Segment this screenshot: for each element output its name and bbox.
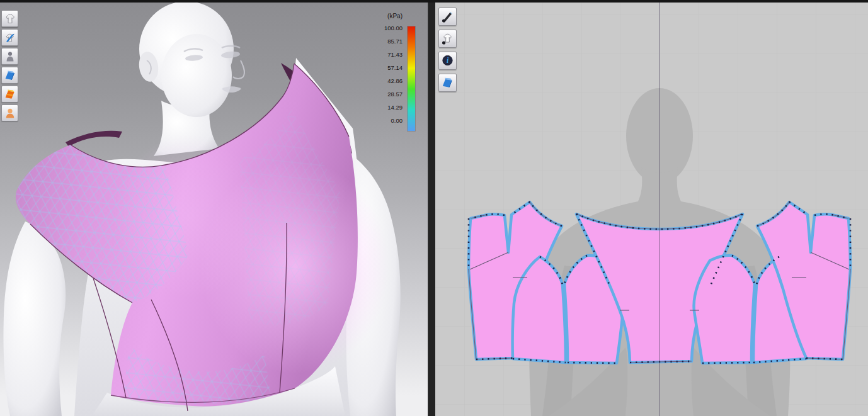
toolbar-3d-view — [1, 10, 18, 121]
legend-values: 100.00 85.71 71.43 57.14 42.86 28.57 14.… — [377, 21, 403, 127]
scene-2d — [435, 3, 868, 416]
legend-value: 85.71 — [377, 35, 403, 48]
legend-value: 0.00 — [377, 114, 403, 127]
garment-edit-icon[interactable] — [1, 29, 18, 46]
shirt-tool-icon[interactable] — [438, 30, 457, 48]
window-top-bar — [0, 0, 868, 3]
fabric-blue-icon[interactable] — [1, 67, 18, 84]
legend-gradient-bar — [408, 26, 415, 131]
legend-value: 57.14 — [377, 61, 403, 74]
scene-3d — [0, 3, 428, 416]
info-tool-icon[interactable]: i — [438, 52, 457, 70]
fabric-orange-icon[interactable] — [1, 86, 18, 103]
fabric-tool-icon[interactable] — [438, 74, 457, 92]
viewport-3d[interactable]: (kPa) 100.00 85.71 71.43 57.14 42.86 28.… — [0, 3, 428, 416]
avatar-bust-icon[interactable] — [1, 104, 18, 121]
legend-unit-label: (kPa) — [377, 13, 403, 20]
pattern-piece-side-right-inner[interactable] — [694, 256, 755, 363]
legend-value: 14.29 — [377, 101, 403, 114]
legend-value: 100.00 — [377, 21, 403, 35]
avatar-icon[interactable] — [1, 48, 18, 65]
stress-map-legend: (kPa) 100.00 85.71 71.43 57.14 42.86 28.… — [377, 13, 415, 131]
viewport-2d[interactable]: i — [435, 3, 868, 416]
legend-value: 42.86 — [377, 74, 403, 87]
toolbar-2d-view: i — [438, 8, 457, 92]
legend-value: 28.57 — [377, 87, 403, 101]
legend-value: 71.43 — [377, 48, 403, 61]
garment-design-window: (kPa) 100.00 85.71 71.43 57.14 42.86 28.… — [0, 0, 868, 416]
garment-icon[interactable] — [1, 10, 18, 27]
pen-tool-icon[interactable] — [438, 8, 457, 26]
panel-divider[interactable] — [428, 3, 435, 416]
